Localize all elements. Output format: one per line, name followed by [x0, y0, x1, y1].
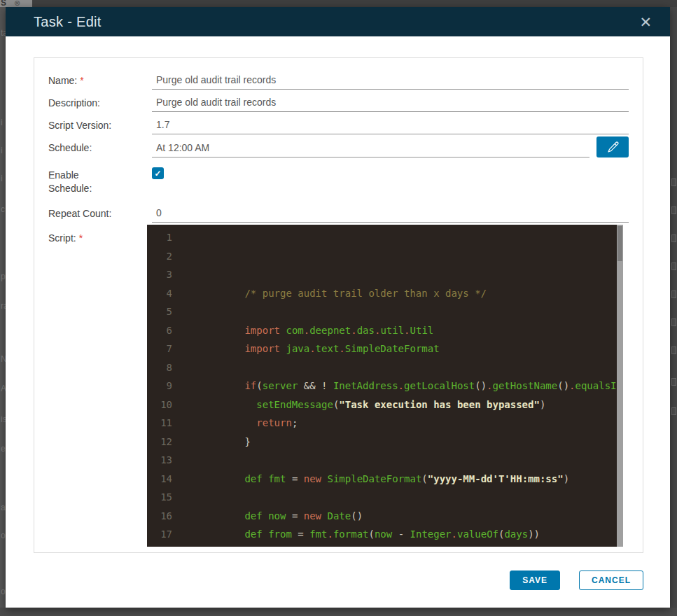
script-version-input[interactable]: [152, 114, 629, 134]
code-line: 9 if(server && ! InetAddress.getLocalHos…: [147, 377, 623, 396]
background-ui-fragment: [671, 262, 676, 270]
background-ui-fragment: [671, 346, 676, 354]
enable-schedule-checkbox[interactable]: ✓: [152, 167, 164, 179]
task-edit-modal: Task - Edit ✕ Name:* Description:: [6, 7, 670, 608]
line-number: 14: [154, 470, 172, 489]
background-ui-fragment: [671, 290, 676, 298]
code-text: def now = new Date(): [197, 507, 363, 526]
code-line: 2: [147, 247, 623, 266]
enable-schedule-label: Enable Schedule:: [48, 164, 152, 195]
line-number: 10: [154, 396, 172, 414]
background-ui-fragment: [671, 234, 676, 242]
form-card: Name:* Description: Script Version:: [34, 57, 643, 553]
code-text: setEndMessage("Task execution has been b…: [197, 396, 545, 414]
code-line: 6 import com.deepnet.das.util.Util: [147, 321, 623, 340]
background-text-fragment: N: [1, 354, 6, 364]
script-version-label: Script Version:: [48, 114, 152, 132]
code-line: 17 def from = fmt.format(now - Integer.v…: [147, 525, 623, 544]
name-label: Name:*: [48, 69, 152, 88]
code-line: 7 import java.text.SimpleDateFormat: [147, 340, 623, 358]
background-ui-fragment: [671, 318, 676, 326]
schedule-edit-button[interactable]: [596, 136, 629, 158]
form-row-script: Script:* 1234 /* purge audit trail older…: [48, 225, 629, 547]
form-row-name: Name:*: [48, 69, 629, 90]
code-text: if(server && ! InetAddress.getLocalHost(…: [197, 377, 622, 396]
scrollbar-thumb[interactable]: [617, 226, 622, 261]
line-number: 3: [154, 265, 172, 284]
form-row-enable-schedule: Enable Schedule: ✓: [48, 164, 629, 195]
line-number: 2: [154, 247, 172, 266]
background-text-fragment: is: [1, 414, 6, 424]
schedule-input[interactable]: [152, 137, 589, 158]
repeat-count-input[interactable]: [152, 202, 629, 223]
script-code-editor[interactable]: 1234 /* purge audit trail older than x d…: [147, 225, 623, 547]
cancel-button[interactable]: CANCEL: [579, 570, 643, 590]
code-line: 16 def now = new Date(): [147, 507, 623, 526]
schedule-label: Schedule:: [48, 136, 152, 155]
code-text: return;: [197, 414, 298, 433]
code-line: 1: [147, 228, 623, 247]
code-text: import com.deepnet.das.util.Util: [197, 321, 433, 340]
background-text-fragment: c: [1, 204, 5, 214]
background-text-fragment: ta: [1, 28, 6, 38]
line-number: 1: [154, 228, 172, 247]
required-asterisk: *: [80, 75, 83, 86]
code-line: 4 /* purge audit trail older than x days…: [147, 284, 623, 303]
modal-title: Task - Edit: [34, 14, 102, 30]
code-text: import java.text.SimpleDateFormat: [197, 340, 440, 358]
background-ui-fragment: [671, 407, 676, 415]
code-text: /* purge audit trail older than x days *…: [197, 284, 487, 303]
code-line: 10 setEndMessage("Task execution has bee…: [147, 396, 623, 414]
check-icon: ✓: [154, 169, 161, 178]
name-input[interactable]: [152, 69, 629, 90]
dimmed-background-top: S ⊗: [0, 0, 677, 7]
code-area: 1234 /* purge audit trail older than x d…: [147, 225, 623, 544]
line-number: 16: [154, 507, 172, 526]
form-row-schedule: Schedule:: [48, 136, 629, 158]
modal-header: Task - Edit ✕: [6, 7, 670, 36]
form-row-description: Description:: [48, 92, 629, 112]
background-ui-fragment: [671, 178, 676, 186]
background-text-fragment: o: [1, 587, 6, 596]
save-button[interactable]: SAVE: [510, 570, 560, 590]
background-text-fragment: p: [1, 272, 6, 281]
description-input[interactable]: [152, 92, 629, 112]
code-text: }: [197, 433, 251, 451]
line-number: 11: [154, 414, 172, 433]
close-icon[interactable]: ✕: [639, 15, 652, 29]
line-number: 15: [154, 488, 172, 507]
code-line: 13: [147, 451, 623, 470]
modal-body: Name:* Description: Script Version:: [6, 36, 670, 553]
editor-scrollbar[interactable]: [617, 225, 623, 547]
required-asterisk: *: [79, 232, 83, 244]
background-close-chip-icon: ⊗: [14, 0, 20, 7]
line-number: 5: [154, 302, 172, 321]
code-line: 8: [147, 358, 623, 377]
code-line: 3: [147, 265, 623, 284]
line-number: 12: [154, 433, 172, 451]
script-label: Script:*: [48, 225, 152, 245]
background-text-fragment: i: [1, 174, 3, 183]
form-row-script-version: Script Version:: [48, 114, 629, 134]
code-line: 14 def fmt = new SimpleDateFormat("yyyy-…: [147, 470, 623, 489]
modal-footer: SAVE CANCEL: [6, 553, 670, 590]
code-text: def from = fmt.format(now - Integer.valu…: [197, 525, 540, 544]
background-text-fragment: a: [1, 503, 6, 512]
line-number: 13: [154, 451, 172, 470]
code-line: 12 }: [147, 433, 623, 451]
line-number: 17: [154, 525, 172, 544]
background-text-fragment: A: [1, 384, 6, 393]
background-text-fragment: e: [1, 444, 6, 454]
code-line: 5: [147, 302, 623, 321]
code-text: def fmt = new SimpleDateFormat("yyyy-MM-…: [197, 470, 569, 489]
background-text-fragment: i: [1, 146, 3, 155]
code-line: 11 return;: [147, 414, 623, 433]
line-number: 4: [154, 284, 172, 303]
line-number: 8: [154, 358, 172, 377]
background-page-fragment: S ⊗: [0, 0, 32, 7]
line-number: 7: [154, 340, 172, 358]
line-number: 6: [154, 321, 172, 340]
dimmed-background-left: taiiicpraNAiseaoo: [0, 7, 6, 608]
background-text-fragment: S: [1, 0, 6, 7]
dimmed-background-right: [670, 7, 677, 608]
